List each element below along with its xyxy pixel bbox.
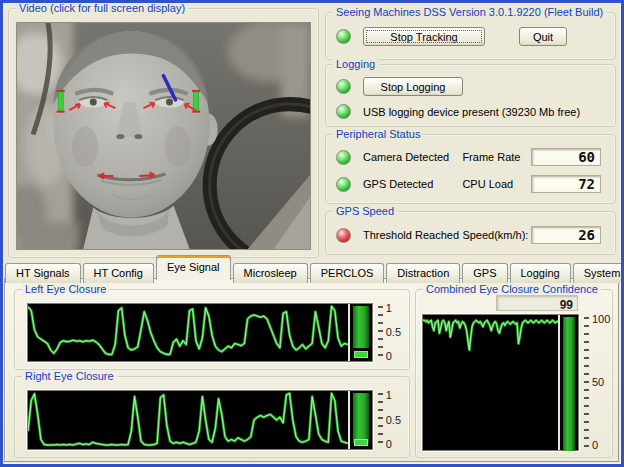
tab-microsleep[interactable]: Microsleep bbox=[233, 263, 308, 283]
video-title: Video (click for full screen display) bbox=[16, 2, 188, 14]
right-eye-closure-title: Right Eye Closure bbox=[22, 370, 117, 382]
axis-tick-label: 0.5 bbox=[386, 416, 401, 425]
stop-logging-button[interactable]: Stop Logging bbox=[363, 77, 463, 96]
logging-groupbox: Logging Stop Logging USB logging device … bbox=[325, 64, 616, 127]
speed-label: Speed(km/h): bbox=[462, 229, 530, 241]
stop-tracking-button[interactable]: Stop Tracking bbox=[363, 27, 485, 46]
combined-axis: 100 50 0 bbox=[579, 314, 612, 451]
camera-detected-label: Camera Detected bbox=[363, 151, 462, 163]
logging-title: Logging bbox=[333, 58, 378, 70]
tick-marks bbox=[378, 306, 383, 359]
tab-gps[interactable]: GPS bbox=[462, 263, 507, 283]
tracking-groupbox: Seeing Machines DSS Version 3.0.1.9220 (… bbox=[325, 12, 616, 60]
axis-tick-label: 100 bbox=[592, 315, 610, 324]
confidence-value-display: 99 bbox=[496, 295, 578, 311]
left-eye-closure-title: Left Eye Closure bbox=[22, 283, 109, 295]
cpu-load-label: CPU Load bbox=[462, 178, 530, 190]
left-eye-level-bar bbox=[350, 304, 372, 361]
left-eye-axis: 1 0.5 0 bbox=[373, 303, 403, 362]
peripheral-groupbox: Peripheral Status Camera Detected Frame … bbox=[325, 134, 616, 204]
eye-signal-tab-page: Left Eye Closure 1 0.5 0 R bbox=[4, 278, 619, 462]
threshold-status-led bbox=[336, 228, 351, 243]
tracking-status-led bbox=[336, 29, 351, 44]
video-frame[interactable] bbox=[16, 22, 311, 250]
axis-tick-label: 0 bbox=[386, 352, 401, 361]
tab-ht-config[interactable]: HT Config bbox=[83, 263, 154, 283]
combined-confidence-plot bbox=[423, 315, 558, 450]
quit-button[interactable]: Quit bbox=[519, 27, 567, 46]
axis-tick-label: 50 bbox=[592, 378, 610, 387]
axis-tick-label: 0.5 bbox=[386, 328, 401, 337]
combined-confidence-title: Combined Eye Closure Confidence bbox=[423, 283, 601, 295]
left-eye-closure-plot bbox=[28, 304, 348, 361]
right-eye-axis: 1 0.5 0 bbox=[373, 390, 403, 450]
left-eye-chart bbox=[27, 303, 373, 362]
axis-tick-label: 0 bbox=[592, 441, 610, 450]
tab-eye-signal[interactable]: Eye Signal bbox=[156, 255, 231, 280]
axis-tick-label: 0 bbox=[386, 440, 401, 449]
axis-tick-label: 1 bbox=[386, 304, 401, 313]
combined-confidence-chart bbox=[422, 314, 579, 451]
usb-status-led bbox=[336, 104, 351, 119]
confidence-level-bar bbox=[560, 315, 578, 450]
speed-display: 26 bbox=[531, 226, 602, 244]
gps-speed-groupbox: GPS Speed Threshold Reached Speed(km/h):… bbox=[325, 211, 616, 255]
tick-marks bbox=[584, 317, 589, 448]
logging-status-led bbox=[336, 79, 351, 94]
frame-rate-label: Frame Rate bbox=[462, 151, 530, 163]
gps-speed-title: GPS Speed bbox=[333, 205, 397, 217]
tab-distraction[interactable]: Distraction bbox=[386, 263, 460, 283]
cpu-load-display: 72 bbox=[531, 175, 602, 193]
right-eye-closure-plot bbox=[28, 391, 348, 449]
frame-rate-display: 60 bbox=[531, 148, 602, 166]
dss-main-window: Video (click for full screen display) bbox=[0, 0, 624, 467]
peripheral-title: Peripheral Status bbox=[333, 128, 423, 140]
app-version-title: Seeing Machines DSS Version 3.0.1.9220 (… bbox=[333, 6, 606, 18]
right-eye-chart bbox=[27, 390, 373, 450]
tab-bar: HT SignalsHT ConfigEye SignalMicrosleepP… bbox=[5, 255, 624, 279]
tick-marks bbox=[378, 393, 383, 447]
gps-detected-label: GPS Detected bbox=[363, 178, 462, 190]
driver-video-feed bbox=[17, 23, 310, 249]
threshold-reached-label: Threshold Reached bbox=[363, 229, 462, 241]
gps-status-led bbox=[336, 177, 351, 192]
tab-logging[interactable]: Logging bbox=[510, 263, 571, 283]
camera-status-led bbox=[336, 150, 351, 165]
tab-perclos[interactable]: PERCLOS bbox=[310, 263, 385, 283]
tab-system[interactable]: System bbox=[573, 263, 624, 283]
left-eye-closure-group: Left Eye Closure 1 0.5 0 bbox=[14, 289, 410, 370]
tab-ht-signals[interactable]: HT Signals bbox=[5, 263, 81, 283]
axis-tick-label: 1 bbox=[386, 391, 401, 400]
combined-confidence-group: Combined Eye Closure Confidence 99 100 5… bbox=[415, 289, 613, 458]
right-eye-closure-group: Right Eye Closure 1 0.5 0 bbox=[14, 376, 410, 458]
usb-status-text: USB logging device present (39230 Mb fre… bbox=[363, 106, 580, 118]
right-eye-level-bar bbox=[350, 391, 372, 449]
video-groupbox: Video (click for full screen display) bbox=[8, 8, 319, 258]
